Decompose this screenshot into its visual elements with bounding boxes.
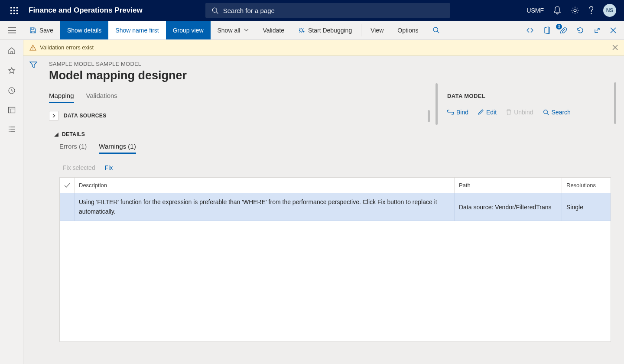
find-button[interactable] xyxy=(426,21,447,39)
chevron-down-icon xyxy=(244,29,249,32)
banner-close[interactable] xyxy=(612,45,618,50)
search-input[interactable] xyxy=(223,7,444,14)
col-description[interactable]: Description xyxy=(75,178,455,193)
col-path[interactable]: Path xyxy=(455,178,562,193)
unbind-button: Unbind xyxy=(506,109,533,116)
svg-line-36 xyxy=(547,113,549,115)
popout-icon[interactable] xyxy=(594,27,601,34)
app-title: Finance and Operations Preview xyxy=(24,6,147,15)
validate-button[interactable]: Validate xyxy=(256,21,291,39)
workspaces-icon[interactable] xyxy=(8,107,16,114)
svg-rect-8 xyxy=(16,13,17,14)
svg-point-12 xyxy=(591,13,592,14)
cell-path: Data source: Vendor/FilteredTrans xyxy=(455,193,562,221)
svg-point-9 xyxy=(212,8,217,12)
save-button[interactable]: Save xyxy=(23,21,60,39)
link-icon xyxy=(447,110,454,115)
svg-point-11 xyxy=(574,9,576,12)
show-all-button[interactable]: Show all xyxy=(211,21,256,39)
svg-rect-7 xyxy=(13,13,14,14)
close-button[interactable] xyxy=(610,27,616,33)
svg-rect-6 xyxy=(10,13,12,14)
details-label: DETAILS xyxy=(62,131,85,137)
validation-banner: Validation errors exist xyxy=(23,40,624,55)
cell-resolutions: Single xyxy=(562,193,611,221)
chevron-right-icon xyxy=(52,114,55,118)
svg-rect-2 xyxy=(16,7,17,8)
attachments-button[interactable]: 0 xyxy=(560,26,567,34)
app-launcher[interactable] xyxy=(3,7,24,14)
recent-icon[interactable] xyxy=(8,87,16,94)
svg-rect-22 xyxy=(8,107,15,113)
svg-rect-1 xyxy=(13,7,14,8)
search-box[interactable] xyxy=(205,3,450,18)
breadcrumb: SAMPLE MODEL SAMPLE MODEL xyxy=(49,61,611,67)
banner-text: Validation errors exist xyxy=(40,44,94,51)
help-icon[interactable] xyxy=(589,6,594,15)
svg-point-16 xyxy=(299,29,302,32)
show-all-label: Show all xyxy=(218,27,240,34)
select-all-checkbox[interactable] xyxy=(60,178,75,193)
trash-icon xyxy=(506,109,511,115)
warnings-grid: Description Path Resolutions Using 'FILT… xyxy=(59,177,611,342)
save-label: Save xyxy=(39,27,53,34)
row-checkbox[interactable] xyxy=(60,193,75,221)
search-button[interactable]: Search xyxy=(543,109,571,116)
bind-button[interactable]: Bind xyxy=(447,109,468,116)
attachments-count: 0 xyxy=(556,24,562,29)
settings-icon[interactable] xyxy=(571,6,579,15)
subtab-errors[interactable]: Errors (1) xyxy=(59,143,87,154)
datamodel-title: DATA MODEL xyxy=(447,93,571,99)
data-sources-expander[interactable] xyxy=(49,111,58,120)
details-collapse[interactable]: ◢ xyxy=(54,131,58,137)
center-panel-handle[interactable] xyxy=(428,110,430,122)
waffle-icon xyxy=(10,7,18,14)
cell-description: Using 'FILTER' function for the expressi… xyxy=(75,193,455,221)
subtab-warnings[interactable]: Warnings (1) xyxy=(99,143,136,154)
hamburger-icon[interactable] xyxy=(2,21,23,39)
related-icon[interactable] xyxy=(526,27,534,34)
group-view-button[interactable]: Group view xyxy=(166,21,211,39)
col-resolutions[interactable]: Resolutions xyxy=(562,178,611,193)
page-title: Model mapping designer xyxy=(49,69,611,82)
start-debugging-label: Start Debugging xyxy=(308,27,352,34)
avatar[interactable]: NS xyxy=(603,4,616,17)
right-panel-handle[interactable] xyxy=(614,82,616,124)
company-code[interactable]: USMF xyxy=(526,7,544,14)
svg-rect-4 xyxy=(13,10,14,11)
modules-icon[interactable] xyxy=(8,126,16,133)
save-icon xyxy=(29,27,36,34)
show-details-button[interactable]: Show details xyxy=(60,21,108,39)
notifications-icon[interactable] xyxy=(553,6,561,15)
fix-selected-button: Fix selected xyxy=(63,164,95,171)
data-sources-label: DATA SOURCES xyxy=(64,113,107,119)
view-button[interactable]: View xyxy=(364,21,390,39)
table-row[interactable]: Using 'FILTER' function for the expressi… xyxy=(60,193,611,221)
tab-mapping[interactable]: Mapping xyxy=(49,92,74,103)
refresh-icon[interactable] xyxy=(576,26,584,34)
home-icon[interactable] xyxy=(8,47,16,55)
show-name-first-button[interactable]: Show name first xyxy=(108,21,166,39)
edit-button[interactable]: Edit xyxy=(478,109,497,116)
svg-line-10 xyxy=(216,12,218,13)
svg-point-35 xyxy=(543,110,547,114)
favorites-icon[interactable] xyxy=(8,67,16,75)
options-button[interactable]: Options xyxy=(390,21,425,39)
pencil-icon xyxy=(478,109,484,115)
close-icon xyxy=(610,27,616,33)
start-debugging-button[interactable]: Start Debugging xyxy=(291,21,359,39)
debug-icon xyxy=(298,27,305,34)
warning-icon xyxy=(29,44,36,51)
svg-point-17 xyxy=(433,27,438,32)
search-icon xyxy=(211,7,219,14)
tab-validations[interactable]: Validations xyxy=(86,92,117,103)
svg-point-32 xyxy=(32,49,33,50)
office-icon[interactable] xyxy=(543,26,550,34)
search-icon xyxy=(543,109,549,115)
fix-button[interactable]: Fix xyxy=(105,164,113,171)
find-icon xyxy=(432,26,440,34)
panel-handle[interactable] xyxy=(436,83,438,125)
svg-rect-3 xyxy=(10,10,12,11)
filter-icon[interactable] xyxy=(29,62,37,68)
svg-rect-0 xyxy=(10,7,12,8)
